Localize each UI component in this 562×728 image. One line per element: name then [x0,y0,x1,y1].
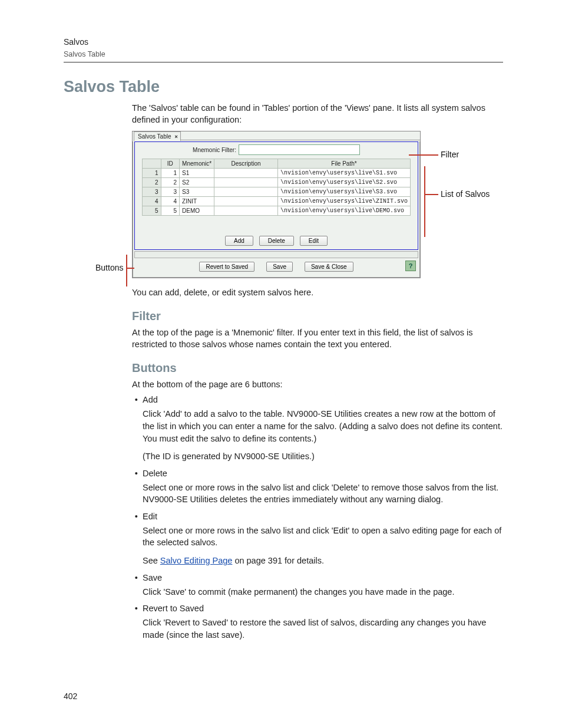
bullet-body: See Salvo Editing Page on page 391 for d… [143,555,503,567]
cell-id: 5 [161,206,180,216]
callout-filter-label: Filter [441,150,459,159]
list-item: Delete Select one or more rows in the sa… [143,469,503,506]
revert-button[interactable]: Revert to Saved [199,262,254,272]
callout-buttons-line-v [126,255,127,286]
callout-list-line-h [424,194,438,195]
running-header-title: Salvos [64,37,503,48]
bullet-body: Click 'Revert to Saved' to restore the s… [143,617,503,641]
close-icon[interactable]: × [175,134,178,140]
callout-filter-line [409,154,438,156]
bullet-body: Click 'Save' to commit (make permanent) … [143,586,503,598]
salvos-table: ID Mnemonic* Description File Path* 11S1… [142,159,411,216]
cell-rownum: 4 [143,197,161,206]
action-button-bar: Add Delete Edit [135,236,418,249]
mnemonic-filter-input[interactable] [239,144,360,155]
cell-mnemonic[interactable]: S2 [180,178,214,187]
tab-salvos-table[interactable]: Salvos Table × [134,131,181,141]
table-header-row: ID Mnemonic* Description File Path* [143,159,411,169]
cell-id: 2 [161,178,180,187]
bullet-body: (The ID is generated by NV9000-SE Utilit… [143,450,503,463]
bullet-title: Edit [143,512,157,521]
callout-list-line-v [424,166,425,237]
table-row[interactable]: 33S3\nvision\envy\usersys\live\S3.svo [143,187,411,197]
salvo-editing-page-link[interactable]: Salvo Editing Page [160,556,233,565]
list-item: Edit Select one or more rows in the salv… [143,512,503,567]
callout-buttons-line-h [126,268,134,269]
cell-filepath[interactable]: \nvision\envy\usersys\live\DEMO.svo [277,206,410,216]
cell-filepath[interactable]: \nvision\envy\usersys\live\S3.svo [277,187,410,197]
list-item: Revert to Saved Click 'Revert to Saved' … [143,604,503,641]
bullet-body: Select one or more rows in the salvo lis… [143,525,503,549]
filter-paragraph: At the top of the page is a 'Mnemonic' f… [132,327,503,351]
cell-mnemonic[interactable]: ZINIT [180,197,214,206]
cell-filepath[interactable]: \nvision\envy\usersys\live\S1.svo [277,169,410,178]
table-row[interactable]: 11S1\nvision\envy\usersys\live\S1.svo [143,169,411,178]
buttons-list: Add Click 'Add' to add a salvo to the ta… [132,395,503,641]
cell-id: 4 [161,197,180,206]
edit-button[interactable]: Edit [300,236,328,246]
cell-description[interactable] [214,178,278,187]
section-heading: Salvos Table [64,78,503,96]
cell-rownum: 5 [143,206,161,216]
buttons-intro: At the bottom of the page are 6 buttons: [132,378,503,391]
filter-heading: Filter [132,309,503,323]
cell-rownum: 3 [143,187,161,197]
footer-button-bar: Revert to Saved Save Save & Close ? [134,259,418,274]
filter-label: Mnemonic Filter: [193,147,236,153]
after-screenshot-paragraph: You can add, delete, or edit system salv… [132,286,503,299]
screenshot-figure: Salvos Table × Mnemonic Filter: [132,131,503,278]
col-mnemonic[interactable]: Mnemonic* [180,159,214,169]
bullet-title: Save [143,573,162,582]
tab-label: Salvos Table [138,133,171,140]
cell-id: 3 [161,187,180,197]
cell-mnemonic[interactable]: DEMO [180,206,214,216]
salvos-table-window: Salvos Table × Mnemonic Filter: [132,131,421,278]
col-filepath[interactable]: File Path* [277,159,410,169]
callout-list-label: List of Salvos [441,189,490,199]
save-close-button[interactable]: Save & Close [305,262,353,272]
separator-strip [134,251,418,258]
col-id[interactable]: ID [161,159,180,169]
bullet-body: Select one or more rows in the salvo lis… [143,482,503,506]
intro-paragraph: The 'Salvos' table can be found in 'Tabl… [132,102,503,126]
cell-description[interactable] [214,206,278,216]
add-button[interactable]: Add [225,236,253,246]
buttons-heading: Buttons [132,361,503,375]
cell-filepath[interactable]: \nvision\envy\usersys\live\S2.svo [277,178,410,187]
running-header-subtitle: Salvos Table [64,50,503,58]
bullet-title: Revert to Saved [143,604,204,613]
cell-description[interactable] [214,187,278,197]
col-rownum[interactable] [143,159,161,169]
list-item: Save Click 'Save' to commit (make perman… [143,573,503,598]
cell-description[interactable] [214,169,278,178]
callout-buttons-label: Buttons [95,263,123,272]
cell-description[interactable] [214,197,278,206]
cell-mnemonic[interactable]: S3 [180,187,214,197]
header-rule [64,62,503,62]
help-icon[interactable]: ? [405,261,416,271]
cell-id: 1 [161,169,180,178]
cell-rownum: 1 [143,169,161,178]
col-description[interactable]: Description [214,159,278,169]
delete-button[interactable]: Delete [259,236,294,246]
cell-filepath[interactable]: \nvision\envy\usersys\live\ZINIT.svo [277,197,410,206]
page-number: 402 [64,691,77,701]
table-row[interactable]: 22S2\nvision\envy\usersys\live\S2.svo [143,178,411,187]
list-item: Add Click 'Add' to add a salvo to the ta… [143,395,503,462]
bullet-title: Add [143,395,158,404]
bullet-body: Click 'Add' to add a salvo to the table.… [143,408,503,444]
cell-rownum: 2 [143,178,161,187]
table-row[interactable]: 55DEMO\nvision\envy\usersys\live\DEMO.sv… [143,206,411,216]
table-row[interactable]: 44ZINIT\nvision\envy\usersys\live\ZINIT.… [143,197,411,206]
save-button[interactable]: Save [266,262,293,272]
bullet-title: Delete [143,469,167,478]
cell-mnemonic[interactable]: S1 [180,169,214,178]
